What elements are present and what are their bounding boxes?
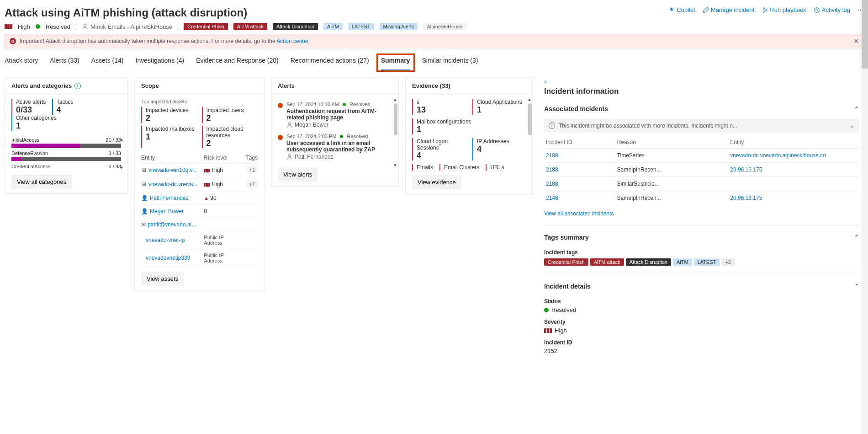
- tab-assets[interactable]: Assets (14): [91, 57, 124, 71]
- manage-incident-button[interactable]: Manage incident: [703, 6, 754, 13]
- status-label: Resolved: [46, 23, 70, 30]
- view-assets-button[interactable]: View assets: [141, 272, 184, 286]
- table-row[interactable]: 2188SimilarSuspicio...: [544, 177, 859, 191]
- table-row[interactable]: 2188SameIpInRecen...20.96.16.175: [544, 163, 859, 177]
- card-title: Alerts: [271, 78, 398, 94]
- scroll-up-icon[interactable]: ▲: [527, 97, 532, 102]
- alert-item[interactable]: Sep 17, 2024 2:05 PMResolved User access…: [278, 131, 392, 163]
- chevron-up-icon: ⌃: [854, 106, 859, 112]
- user-icon: 👤: [141, 195, 148, 201]
- tag: AiTM attack: [233, 23, 267, 30]
- associated-incidents-accordion[interactable]: Associated Incidents⌃: [544, 102, 859, 115]
- alert-bullet-icon: [278, 103, 283, 108]
- view-categories-button[interactable]: View all categories: [11, 175, 72, 189]
- chevron-down-icon: ⌄: [850, 123, 854, 129]
- entity-row[interactable]: 👤Megan Bower0: [141, 205, 258, 218]
- tag: AiTM attack: [590, 258, 624, 266]
- incident-details-accordion[interactable]: Incident details⌃: [544, 280, 859, 293]
- entity-row[interactable]: 🖥vnevado-win10g.v...High+1: [141, 163, 258, 177]
- collapse-panel-button[interactable]: ›: [544, 77, 859, 85]
- entity-row[interactable]: vnevadovnetip339Public IP Address: [141, 249, 258, 267]
- scroll-up-icon[interactable]: ▲: [120, 137, 124, 142]
- tag: AlpineSkiHouse: [423, 23, 466, 30]
- scrollbar[interactable]: [528, 103, 532, 135]
- tag: AiTM: [323, 23, 343, 30]
- svg-point-2: [288, 123, 291, 125]
- tag: Missing Alerts: [380, 23, 418, 30]
- view-evidence-button[interactable]: View evidence: [412, 175, 461, 189]
- mail-icon: ✉: [141, 221, 146, 228]
- severity-icon: [544, 328, 552, 333]
- chevron-up-icon: ⌃: [854, 283, 859, 289]
- page-title: Attack using AiTM phishing (attack disru…: [5, 6, 247, 19]
- entity-row[interactable]: 👤Patti Fernandez▲ 90: [141, 192, 258, 205]
- entity-row[interactable]: 🖥vnevado-dc.vneva...High+1: [141, 177, 258, 192]
- info-icon[interactable]: i: [74, 83, 81, 89]
- owner-label: Mimik Emails - AlpineSkiHouse: [82, 23, 172, 30]
- tag: AiTM: [673, 258, 692, 266]
- tab-investigations[interactable]: Investigations (4): [136, 57, 185, 71]
- chevron-up-icon: ⌃: [854, 234, 859, 241]
- tags-summary-accordion[interactable]: Tags summary⌃: [544, 231, 859, 244]
- run-playbook-button[interactable]: Run playbook: [762, 6, 806, 13]
- tag: LATEST: [348, 23, 374, 30]
- tag: Credential Phish: [184, 23, 228, 30]
- device-icon: 🖥: [141, 167, 147, 173]
- close-banner-button[interactable]: ✕: [853, 37, 859, 45]
- scroll-down-icon[interactable]: ▼: [393, 163, 397, 168]
- tag: Attack Disruption: [273, 23, 318, 30]
- tab-highlight-box: [376, 54, 415, 72]
- page-scrollbar[interactable]: [862, 0, 868, 365]
- view-alerts-button[interactable]: View alerts: [278, 167, 318, 182]
- user-icon: 👤: [141, 208, 148, 214]
- scrollbar[interactable]: [394, 103, 397, 135]
- associated-table: Incident IDReasonEntity 2188TimeSeriesvn…: [544, 136, 859, 205]
- svg-point-3: [288, 155, 291, 157]
- tab-alerts[interactable]: Alerts (33): [50, 57, 79, 71]
- info-icon: i: [549, 123, 555, 129]
- side-title: Incident information: [544, 87, 859, 96]
- alert-item[interactable]: Sep 17, 2024 10:10 AMResolved Authentica…: [278, 99, 392, 131]
- status-dot-icon: [544, 308, 549, 312]
- tab-recommended[interactable]: Recommended actions (27): [291, 57, 369, 71]
- view-all-associated-link[interactable]: View all associated incidents: [544, 210, 614, 217]
- card-title: Alerts and categories: [11, 82, 72, 89]
- tag: Credential Phish: [544, 258, 588, 266]
- card-title: Scope: [135, 78, 264, 94]
- card-title: Evidence (33): [406, 78, 533, 94]
- stop-icon: ⊘: [10, 38, 16, 44]
- tab-similar[interactable]: Similar incidents (3): [422, 57, 478, 71]
- info-strip[interactable]: i This incident might be associated with…: [544, 119, 859, 133]
- copilot-button[interactable]: Copilot: [668, 6, 695, 13]
- more-tags-button[interactable]: +2: [721, 258, 735, 266]
- svg-point-1: [84, 24, 86, 27]
- category-bar: [11, 144, 121, 148]
- activity-log-button[interactable]: Activity log: [814, 6, 850, 13]
- status-dot-icon: [36, 24, 40, 29]
- entity-row[interactable]: ✉pattif@vnevado.al...: [141, 218, 258, 231]
- disruption-banner: ⊘ Important! Attack disruption has autom…: [4, 34, 864, 48]
- scroll-up-icon[interactable]: ▲: [393, 97, 397, 102]
- tab-attack-story[interactable]: Attack story: [5, 57, 38, 71]
- table-row[interactable]: 2146SameIpInRecen...20.96.16.175: [544, 191, 859, 205]
- tab-evidence[interactable]: Evidence and Response (20): [196, 57, 279, 71]
- category-bar: [11, 157, 121, 161]
- severity-icon: [5, 24, 12, 29]
- tabs: Attack story Alerts (33) Assets (14) Inv…: [0, 48, 868, 71]
- entity-row[interactable]: vnevado-vnet-ipPublic IP Address: [141, 231, 258, 249]
- tag: LATEST: [694, 258, 720, 266]
- tag: Attack Disruption: [626, 258, 671, 266]
- device-icon: 🖥: [141, 181, 147, 188]
- action-center-link[interactable]: Action center: [276, 38, 308, 44]
- scroll-down-icon[interactable]: ▼: [120, 166, 124, 170]
- table-row[interactable]: 2188TimeSeriesvnevado-dc.vnevado.alpines…: [544, 149, 859, 163]
- severity-label: High: [18, 23, 30, 30]
- alert-bullet-icon: [278, 135, 283, 140]
